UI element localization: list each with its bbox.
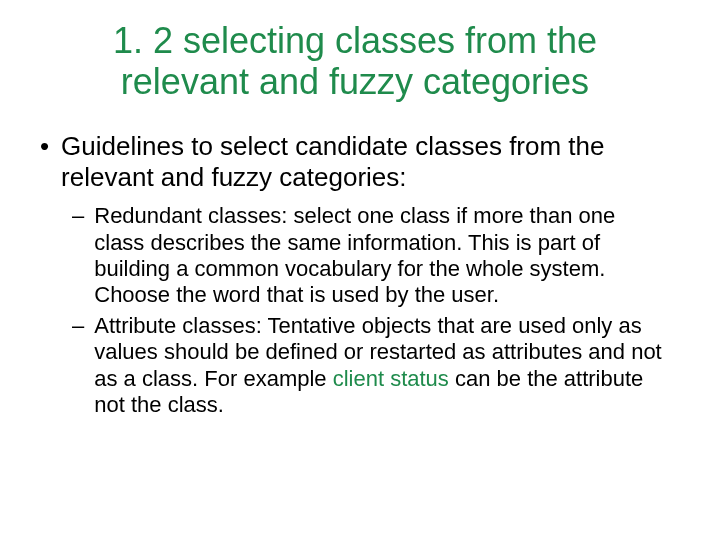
main-bullet-list: • Guidelines to select candidate classes… xyxy=(40,131,670,193)
slide-title: 1. 2 selecting classes from the relevant… xyxy=(40,20,670,103)
dash-marker: – xyxy=(72,203,84,309)
highlight-term: client status xyxy=(333,366,455,391)
sub-bullet-item: – Redundant classes: select one class if… xyxy=(72,203,670,309)
sub-prefix: Attribute classes: xyxy=(94,313,267,338)
sub-bullet-list: – Redundant classes: select one class if… xyxy=(40,203,670,418)
sub-bullet-text: Redundant classes: select one class if m… xyxy=(94,203,670,309)
dash-marker: – xyxy=(72,313,84,419)
main-bullet-item: • Guidelines to select candidate classes… xyxy=(40,131,670,193)
sub-prefix: Redundant classes: xyxy=(94,203,293,228)
sub-bullet-text: Attribute classes: Tentative objects tha… xyxy=(94,313,670,419)
bullet-text: Guidelines to select candidate classes f… xyxy=(61,131,670,193)
bullet-marker: • xyxy=(40,131,49,193)
sub-bullet-item: – Attribute classes: Tentative objects t… xyxy=(72,313,670,419)
